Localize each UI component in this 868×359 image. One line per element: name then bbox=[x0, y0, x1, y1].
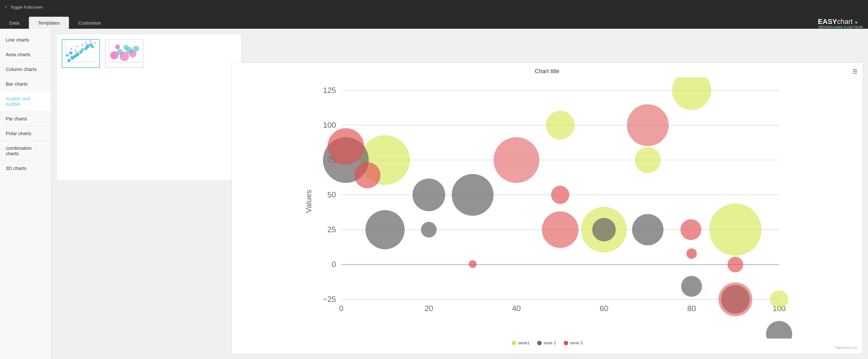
legend-item-serie1: serie1 bbox=[512, 340, 529, 345]
tab-customise[interactable]: Customise bbox=[69, 17, 110, 29]
bubble-s3-3 bbox=[493, 137, 539, 183]
chart-legend: serie1 serie 2 serie 3 bbox=[237, 340, 858, 345]
svg-point-28 bbox=[115, 45, 120, 50]
thumb-scatter2-svg bbox=[106, 40, 143, 67]
svg-text:20: 20 bbox=[425, 304, 433, 313]
bubble-s3-8 bbox=[686, 249, 697, 259]
template-thumb-2[interactable] bbox=[105, 39, 144, 68]
sidebar-item-pie[interactable]: Pie charts bbox=[0, 111, 51, 126]
tab-templates[interactable]: Templates bbox=[29, 17, 69, 29]
templates-panel: ✕ ✕ ✕ ✕ ✕ ✕ ✕ bbox=[56, 34, 242, 181]
svg-text:0: 0 bbox=[339, 304, 344, 313]
sidebar: Line charts Area charts Column charts Ba… bbox=[0, 29, 51, 359]
bubble-s3-4 bbox=[551, 186, 569, 204]
bubble-s2-4 bbox=[421, 222, 437, 238]
bubble-s1-7 bbox=[770, 290, 788, 308]
topbar: ⤢ Toggle Fullscreen bbox=[0, 0, 868, 14]
brand-gem: ● bbox=[855, 20, 858, 25]
highcharts-credit: Highcharts.com bbox=[237, 346, 858, 350]
bubble-s3-9 bbox=[727, 257, 743, 272]
legend-dot-serie3 bbox=[564, 341, 568, 345]
svg-text:✕: ✕ bbox=[70, 47, 72, 51]
bubble-s1-4 bbox=[635, 147, 661, 173]
fullscreen-label: Toggle Fullscreen bbox=[10, 5, 43, 9]
legend-dot-serie2 bbox=[537, 341, 542, 345]
sidebar-item-area[interactable]: Area charts bbox=[0, 47, 51, 62]
svg-text:125: 125 bbox=[323, 86, 336, 95]
fullscreen-icon: ⤢ bbox=[4, 4, 8, 9]
svg-text:50: 50 bbox=[327, 190, 336, 199]
chart-area: Chart title ☰ 125 100 75 bbox=[231, 63, 863, 354]
sidebar-item-3d[interactable]: 3D charts bbox=[0, 161, 51, 176]
svg-text:100: 100 bbox=[323, 121, 336, 129]
svg-point-11 bbox=[91, 46, 94, 48]
svg-text:✕: ✕ bbox=[84, 41, 87, 45]
sidebar-item-combination[interactable]: combination charts bbox=[0, 141, 51, 161]
svg-text:60: 60 bbox=[599, 304, 608, 313]
bubble-s3-11 bbox=[469, 260, 477, 268]
bubble-s2-6 bbox=[592, 218, 616, 241]
bubble-s2-5 bbox=[452, 174, 493, 216]
bubble-s2-3 bbox=[412, 178, 445, 211]
svg-point-0 bbox=[67, 59, 71, 62]
brand-light: chart bbox=[837, 18, 852, 26]
svg-point-27 bbox=[133, 46, 139, 52]
svg-point-4 bbox=[69, 52, 72, 55]
svg-point-25 bbox=[123, 45, 129, 51]
bubble-chart-svg: 125 100 75 50 25 0 −25 Values 0 20 40 60… bbox=[237, 77, 858, 338]
legend-dot-serie1 bbox=[512, 341, 516, 345]
bubble-s1-2 bbox=[546, 111, 575, 139]
svg-text:25: 25 bbox=[327, 225, 336, 234]
svg-point-2 bbox=[66, 54, 69, 57]
svg-text:0: 0 bbox=[332, 260, 336, 269]
svg-text:✕: ✕ bbox=[93, 41, 96, 45]
template-thumb-1[interactable]: ✕ ✕ ✕ ✕ ✕ ✕ ✕ bbox=[62, 39, 100, 68]
bubble-s1-6 bbox=[709, 203, 762, 256]
legend-label-serie3: serie 3 bbox=[570, 340, 583, 345]
bubble-s2-7 bbox=[632, 214, 663, 245]
sidebar-item-line[interactable]: Line charts bbox=[0, 33, 51, 47]
bubble-s1-5 bbox=[672, 77, 711, 110]
bubble-s3-7 bbox=[680, 219, 701, 240]
bubble-s2-2 bbox=[365, 210, 405, 250]
svg-text:40: 40 bbox=[512, 304, 521, 313]
legend-label-serie2: serie 2 bbox=[544, 340, 556, 345]
legend-label-serie1: serie1 bbox=[518, 340, 529, 345]
bubble-s3-6 bbox=[627, 104, 669, 146]
bubble-s3-2 bbox=[354, 162, 381, 189]
chart-title-bar: Chart title ☰ bbox=[237, 68, 858, 75]
bubble-s3-1 bbox=[328, 128, 364, 165]
svg-point-5 bbox=[75, 53, 80, 57]
svg-text:Values: Values bbox=[304, 190, 313, 213]
svg-text:✕: ✕ bbox=[76, 44, 79, 48]
legend-item-serie3: serie 3 bbox=[564, 340, 583, 345]
legend-item-serie2: serie 2 bbox=[537, 340, 556, 345]
svg-text:−25: −25 bbox=[323, 295, 336, 303]
bubble-s2-10 bbox=[681, 276, 702, 297]
svg-text:80: 80 bbox=[687, 304, 696, 313]
chart-menu-icon[interactable]: ☰ bbox=[852, 68, 858, 75]
brand-bold: EASY bbox=[818, 18, 837, 26]
chart-wrapper: 125 100 75 50 25 0 −25 Values 0 20 40 60… bbox=[237, 77, 858, 338]
svg-text:✕: ✕ bbox=[89, 40, 92, 43]
bubble-s2-9 bbox=[766, 321, 792, 338]
brand-logo: EASYchart ● bbox=[818, 18, 858, 25]
sidebar-item-bar[interactable]: Bar charts bbox=[0, 77, 51, 91]
sidebar-item-column[interactable]: Column charts bbox=[0, 62, 51, 77]
chart-title: Chart title bbox=[535, 68, 559, 75]
thumb-scatter1-svg: ✕ ✕ ✕ ✕ ✕ ✕ ✕ bbox=[62, 40, 99, 67]
bubble-s3-5 bbox=[542, 211, 579, 248]
svg-text:✕: ✕ bbox=[81, 43, 84, 47]
tab-data[interactable]: Data bbox=[0, 17, 29, 29]
sidebar-item-polar[interactable]: Polar charts bbox=[0, 126, 51, 141]
svg-text:✕: ✕ bbox=[74, 49, 77, 53]
svg-point-7 bbox=[81, 48, 84, 51]
tabbar: Data Templates Customise EASYchart ● hig… bbox=[0, 14, 868, 29]
bubble-s3-10 bbox=[718, 282, 752, 316]
main-content: Line charts Area charts Column charts Ba… bbox=[0, 29, 868, 359]
brand-subtitle: highcharts-power in your hands bbox=[818, 25, 863, 29]
sidebar-item-scatter[interactable]: Scatter and bubble bbox=[0, 91, 51, 111]
